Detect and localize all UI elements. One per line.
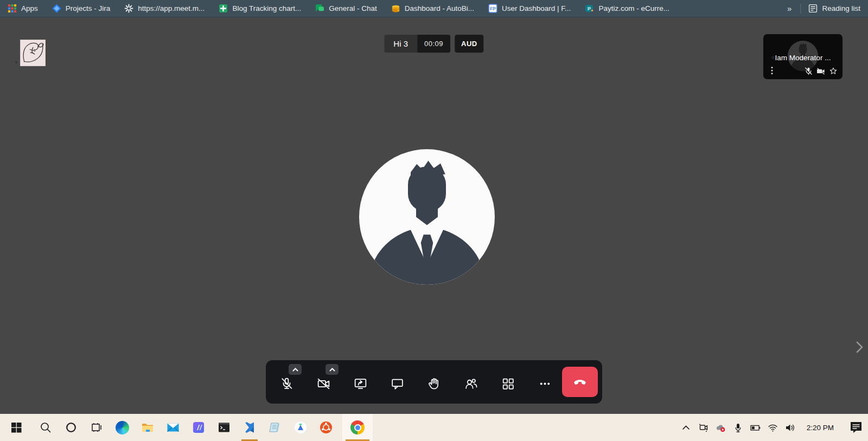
ubuntu-button[interactable] — [317, 414, 335, 441]
meeting-header: Hi 3 00:09 AUD — [384, 35, 483, 53]
bookmark-general-chat[interactable]: General - Chat — [315, 4, 377, 13]
taskbar-apps — [3, 414, 376, 441]
volume-icon[interactable] — [785, 423, 795, 433]
bookmark-apps[interactable]: Apps — [8, 4, 38, 13]
vscode-icon — [243, 421, 256, 434]
svg-text:P: P — [588, 6, 591, 11]
wifi-icon[interactable] — [768, 423, 778, 433]
notepad-icon — [269, 421, 282, 434]
tray-chevron-icon[interactable] — [681, 423, 691, 433]
chat-button[interactable] — [386, 373, 408, 394]
chrome-button[interactable] — [342, 414, 373, 441]
screen: Apps Projects - Jira https://app.meet.m.… — [0, 0, 868, 441]
bookmark-user-dashboard[interactable]: FP User Dashboard | F... — [488, 4, 571, 13]
action-center-icon[interactable] — [850, 421, 863, 433]
tile-view-icon — [501, 376, 515, 391]
raise-hand-icon — [427, 376, 442, 391]
battery-icon[interactable] — [750, 423, 761, 433]
onedrive-error-icon[interactable] — [716, 423, 726, 433]
chat-icon — [390, 376, 405, 391]
microphone-mute-button[interactable] — [276, 373, 297, 394]
purple-app-icon — [192, 421, 205, 434]
purple-app-button[interactable] — [189, 414, 208, 441]
bookmark-blog-tracking[interactable]: Blog Tracking chart... — [219, 4, 301, 13]
paytiz-icon: P — [585, 4, 594, 13]
start-button[interactable] — [7, 414, 25, 441]
taskbar-search-button[interactable] — [36, 414, 55, 441]
participant-menu-icon[interactable] — [769, 66, 775, 75]
camera-toggle-button[interactable] — [312, 373, 334, 394]
task-view-icon — [90, 421, 103, 434]
snowflake-icon — [124, 4, 133, 13]
participants-button[interactable] — [460, 373, 482, 394]
chrome-icon — [350, 420, 365, 434]
participant-status-icons — [804, 67, 838, 75]
microphone-options-chevron[interactable] — [289, 364, 302, 375]
bookmark-app-meet[interactable]: https://app.meet.m... — [124, 4, 205, 13]
participants-icon — [464, 376, 478, 391]
raise-hand-button[interactable] — [423, 373, 445, 394]
windows-taskbar: 2:20 PM — [0, 414, 868, 441]
tile-view-button[interactable] — [497, 373, 519, 394]
bookmark-label: Projects - Jira — [66, 4, 111, 12]
meeting-timer: 00:09 — [417, 35, 450, 53]
terminal-icon — [218, 421, 231, 434]
bookmark-label: Dashboard - AutoBi... — [405, 4, 474, 12]
share-screen-button[interactable] — [349, 373, 371, 394]
hang-up-button[interactable] — [562, 367, 598, 397]
camera-options-chevron[interactable] — [326, 364, 339, 375]
mail-button[interactable] — [164, 414, 182, 441]
participant-camera-off-icon[interactable] — [816, 67, 825, 75]
bookmarks-right-group: » Reading list — [786, 4, 860, 14]
participant-tile[interactable]: Iam Moderator ... — [763, 34, 843, 79]
self-view-thumbnail[interactable] — [20, 40, 46, 66]
bookmark-dashboard-autobi[interactable]: Dashboard - AutoBi... — [391, 4, 474, 13]
windows-start-icon — [10, 421, 23, 434]
fp-icon: FP — [488, 4, 497, 13]
bookmark-projects-jira[interactable]: Projects - Jira — [52, 4, 111, 13]
autobi-icon — [391, 4, 400, 13]
meeting-stage: Hi 3 00:09 AUD Iam Moderator ... — [0, 17, 868, 414]
vscode-button[interactable] — [240, 414, 259, 441]
expand-panel-chevron-icon[interactable] — [854, 340, 865, 354]
arm-sketch-image — [21, 40, 45, 66]
svg-text:FP: FP — [490, 6, 496, 11]
edge-button[interactable] — [113, 414, 131, 441]
audio-mode-badge[interactable]: AUD — [455, 35, 484, 53]
bookmarks-divider — [800, 4, 801, 14]
stage-dot — [15, 61, 17, 63]
taskbar-clock[interactable]: 2:20 PM — [807, 424, 834, 432]
bookmark-paytiz[interactable]: P Paytiz.com - eCurre... — [585, 4, 669, 13]
camera-off-icon — [316, 376, 331, 391]
jira-icon — [52, 4, 61, 13]
share-screen-icon — [353, 376, 368, 391]
bookmarks-overflow-chevron[interactable]: » — [786, 4, 793, 13]
android-studio-button[interactable] — [291, 414, 310, 441]
reading-list-button[interactable]: Reading list — [808, 4, 860, 13]
more-options-icon — [538, 376, 552, 391]
sheets-icon — [219, 4, 228, 13]
microphone-muted-icon — [279, 376, 294, 391]
mail-icon — [167, 421, 180, 434]
microphone-tray-icon[interactable] — [733, 423, 743, 433]
task-view-button[interactable] — [87, 414, 106, 441]
reading-list-label: Reading list — [822, 4, 860, 12]
connect-icon[interactable] — [698, 423, 709, 433]
chat-bubbles-icon — [315, 4, 324, 13]
bookmark-label: Paytiz.com - eCurre... — [598, 4, 669, 12]
more-options-button[interactable] — [534, 373, 556, 394]
notepad-button[interactable] — [266, 414, 284, 441]
participant-name: Iam Moderator ... — [763, 54, 843, 62]
participant-star-icon[interactable] — [829, 67, 838, 75]
terminal-button[interactable] — [215, 414, 233, 441]
bookmark-label: General - Chat — [329, 4, 377, 12]
bookmark-label: https://app.meet.m... — [138, 4, 205, 12]
android-studio-icon — [294, 421, 307, 434]
meeting-title-pill: Hi 3 00:09 — [384, 35, 450, 53]
bookmark-label: User Dashboard | F... — [502, 4, 571, 12]
participant-mic-muted-icon[interactable] — [804, 67, 813, 75]
cortana-button[interactable] — [62, 414, 80, 441]
meeting-title: Hi 3 — [384, 35, 417, 53]
file-explorer-button[interactable] — [138, 414, 157, 441]
bookmark-label: Apps — [21, 4, 38, 12]
